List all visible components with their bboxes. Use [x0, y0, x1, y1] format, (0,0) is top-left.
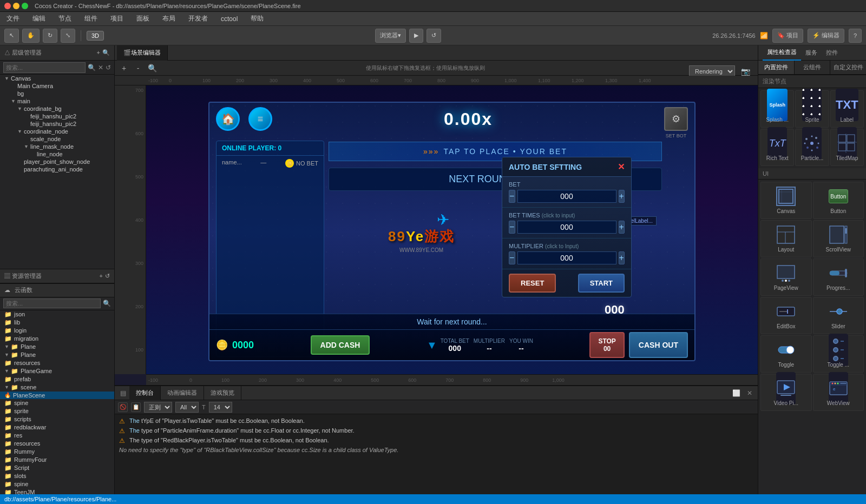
search-clear[interactable]: ✕ [98, 64, 103, 71]
menu-cctool[interactable]: cctool [219, 14, 240, 24]
menu-button[interactable]: ≡ [248, 107, 272, 131]
refresh-btn[interactable]: ↺ [427, 29, 441, 43]
bet-times-plus[interactable]: + [619, 221, 625, 234]
scene-canvas[interactable]: -100 0 100 200 300 400 500 600 700 800 9… [115, 76, 758, 385]
tab-animation[interactable]: 动画编辑器 [161, 386, 204, 400]
maximize-control[interactable] [22, 3, 28, 9]
minimize-control[interactable] [13, 3, 19, 9]
res-planegame[interactable]: ▼📁PlaneGame [0, 367, 114, 375]
auto-start-btn[interactable]: START [578, 274, 625, 293]
menu-help[interactable]: 帮助 [248, 13, 266, 24]
play-btn[interactable]: ▶ [409, 29, 423, 43]
tree-node-canvas[interactable]: ▼ Canvas [0, 75, 114, 82]
res-plane2[interactable]: ▼📁Plane [0, 351, 114, 359]
bet-down-arrow[interactable]: ▼ [427, 339, 437, 352]
add-icon[interactable]: + [97, 49, 100, 56]
res-lib[interactable]: 📁lib [0, 319, 114, 327]
comp-layout[interactable]: Layout [760, 220, 812, 257]
res-migration[interactable]: 📁migration [0, 335, 114, 343]
res-json[interactable]: 📁json [0, 310, 114, 319]
bet-times-input[interactable] [517, 221, 616, 234]
tab-control[interactable]: 控件 [822, 45, 842, 61]
toolbar-move[interactable]: ↖ [4, 29, 19, 43]
toolbar-rotate[interactable]: ↻ [43, 29, 57, 43]
toolbar-scale[interactable]: ⤡ [61, 29, 75, 43]
res-rummyfour[interactable]: 📁RummyFour [0, 456, 114, 464]
comp-pageview[interactable]: PageView [760, 258, 812, 296]
add-cash-button[interactable]: ADD CASH [311, 335, 370, 355]
menu-node[interactable]: 节点 [56, 13, 74, 24]
project-btn[interactable]: 🔖 项目 [772, 29, 803, 43]
tab-props[interactable]: 属性检查器 [763, 45, 801, 61]
comp-scrollview[interactable]: ScrollView [813, 220, 864, 257]
close-control[interactable] [4, 3, 11, 9]
res-plane1[interactable]: ▼📁Plane [0, 343, 114, 351]
help-btn[interactable]: ? [849, 29, 862, 43]
res-planescene[interactable]: 🔥PlaneScene [0, 392, 114, 399]
refresh-resource-icon[interactable]: ↺ [105, 273, 110, 280]
res-scene[interactable]: ▼📁scene [0, 383, 114, 392]
home-button[interactable]: 🏠 [216, 107, 240, 131]
res-redblackwar[interactable]: 📁redblackwar [0, 423, 114, 432]
tab-service[interactable]: 服务 [801, 45, 822, 61]
tab-cloud-component[interactable]: 云组件 [795, 61, 831, 74]
comp-webview[interactable]: e WebView [813, 374, 864, 411]
add-resource-icon[interactable]: + [100, 273, 103, 280]
search-go[interactable]: 🔍 [88, 64, 96, 71]
comp-tiledmap[interactable]: TiledMap [830, 129, 864, 166]
auto-bet-close[interactable]: ✕ [618, 162, 625, 172]
menu-component[interactable]: 组件 [82, 13, 100, 24]
resource-search-input[interactable] [3, 299, 101, 308]
comp-canvas[interactable]: Canvas [760, 182, 812, 219]
menu-panel[interactable]: 面板 [134, 13, 152, 24]
search-refresh[interactable]: ↺ [106, 64, 111, 71]
zoom-out-btn[interactable]: - [132, 62, 144, 74]
zoom-in-btn[interactable]: + [118, 62, 130, 74]
bet-times-minus[interactable]: − [509, 221, 515, 234]
tree-node-player-point[interactable]: player_point_show_node [0, 158, 114, 165]
menu-edit[interactable]: 编辑 [30, 13, 48, 24]
res-resources2[interactable]: 📁resources [0, 440, 114, 448]
res-sprite[interactable]: 📁sprite [0, 407, 114, 415]
tree-node-coordinate-bg[interactable]: ▼ coordinate_bg [0, 105, 114, 112]
res-login[interactable]: 📁login [0, 327, 114, 335]
stop-button[interactable]: STOP 00 [589, 332, 624, 358]
menu-file[interactable]: 文件 [4, 13, 22, 24]
bet-value-input[interactable] [517, 190, 616, 203]
comp-slider[interactable]: Slider [813, 297, 864, 334]
comp-label[interactable]: TXT Label [830, 90, 864, 128]
bet-plus-btn[interactable]: + [619, 190, 625, 203]
close-console[interactable]: ✕ [744, 389, 756, 397]
mult-input[interactable] [517, 251, 616, 264]
comp-button[interactable]: Button Button [813, 182, 864, 219]
res-script[interactable]: 📁Script [0, 464, 114, 472]
res-spine2[interactable]: 📁spine [0, 480, 114, 488]
auto-reset-btn[interactable]: RESET [509, 274, 556, 293]
search-icon[interactable]: 🔍 [102, 49, 110, 56]
mult-minus[interactable]: − [509, 251, 515, 264]
tree-node-scale-node[interactable]: scale_node [0, 135, 114, 143]
comp-richtext[interactable]: TxT Rich Text [760, 129, 794, 166]
comp-video[interactable]: Video Pi... [760, 374, 812, 411]
console-copy-btn[interactable]: 📋 [131, 402, 141, 412]
tree-node-line-mask[interactable]: ▼ line_mask_node [0, 143, 114, 150]
console-clear-btn[interactable]: 🚫 [118, 402, 128, 412]
res-res[interactable]: 📁res [0, 432, 114, 440]
log-level-select[interactable]: 正则 [144, 402, 172, 413]
res-resources[interactable]: 📁resources [0, 359, 114, 367]
comp-toggle[interactable]: Toggle [760, 335, 812, 373]
toolbar-hand[interactable]: ✋ [22, 29, 40, 43]
zoom-reset-btn[interactable]: 🔍 [146, 62, 158, 74]
tree-node-feiji2[interactable]: feiji_hanshu_pic2 [0, 120, 114, 128]
settings-button[interactable]: ⚙ SET BOT [664, 107, 688, 131]
mult-plus[interactable]: + [619, 251, 625, 264]
tree-node-coordinate-node[interactable]: ▼ coordinate_node [0, 128, 114, 135]
tree-node-bg[interactable]: bg [0, 90, 114, 97]
comp-splash[interactable]: Splash Splash ... [760, 90, 794, 128]
comp-togglelist[interactable]: Toggle ... [813, 335, 864, 373]
menu-project[interactable]: 项目 [108, 13, 126, 24]
resource-search-go[interactable]: 🔍 [103, 300, 111, 307]
bet-minus-btn[interactable]: − [509, 190, 515, 203]
menu-developer[interactable]: 开发者 [186, 13, 210, 24]
editor-btn[interactable]: ⚡ 编辑器 [808, 29, 844, 43]
